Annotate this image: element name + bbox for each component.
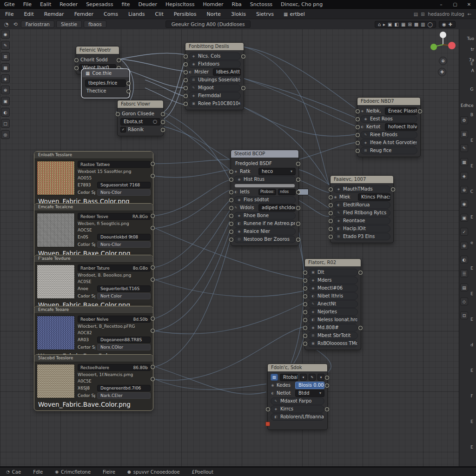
node-slot[interactable]: ◉Md.808# bbox=[308, 324, 358, 331]
node-socket[interactable] bbox=[356, 149, 360, 153]
node-socket[interactable] bbox=[325, 407, 329, 411]
titlebar-menu-item[interactable]: Hepiscltoss bbox=[161, 1, 198, 7]
node-link[interactable] bbox=[155, 242, 230, 367]
node-socket[interactable] bbox=[161, 128, 165, 132]
node-socket[interactable] bbox=[184, 54, 188, 59]
node-socket[interactable] bbox=[391, 187, 395, 192]
node-slot[interactable]: ◈MauthTMads bbox=[333, 185, 390, 193]
titlebar-menu-item[interactable]: fite bbox=[118, 1, 134, 7]
node-field[interactable]: tbeples.frice bbox=[85, 79, 126, 87]
tiny-button[interactable]: ▾ bbox=[300, 374, 307, 381]
node-slot[interactable]: ✎Fled Rtlbong Rytcs bbox=[333, 209, 390, 217]
node-socket[interactable] bbox=[184, 70, 188, 74]
box-tool-icon[interactable]: □ bbox=[1, 119, 10, 128]
node-socket[interactable] bbox=[161, 120, 165, 124]
texture-icon[interactable]: ▦ bbox=[460, 158, 468, 166]
statusbar-item[interactable]: Fdle bbox=[27, 469, 49, 475]
node-slot[interactable]: ◉Flos södtot bbox=[234, 196, 296, 204]
node-principled-bsdf[interactable]: Steotid BCOPFredgoled BSDF◈Ratkheco▾◉His… bbox=[231, 150, 299, 246]
node-socket[interactable] bbox=[241, 86, 245, 90]
add-tool-icon[interactable]: ⊞ bbox=[1, 52, 10, 61]
node-socket[interactable] bbox=[151, 377, 155, 381]
node-socket[interactable] bbox=[116, 112, 120, 116]
node-slot[interactable]: ⊡Nestooo Ber Zooros bbox=[234, 236, 296, 243]
node-socket[interactable] bbox=[356, 117, 360, 121]
node-slot[interactable]: ◐EledtiRorua bbox=[333, 201, 390, 209]
node-socket[interactable] bbox=[151, 278, 155, 282]
menubar-item[interactable]: Norte bbox=[202, 11, 226, 17]
add-icon[interactable]: ⊕ bbox=[460, 186, 468, 194]
menubar-item[interactable]: Coms bbox=[99, 11, 123, 17]
node-socket[interactable] bbox=[151, 226, 155, 230]
node-field[interactable]: Idbes.Antt bbox=[213, 68, 241, 76]
annotate-tool-icon[interactable]: ✎ bbox=[1, 41, 10, 50]
node-socket[interactable] bbox=[184, 62, 188, 66]
maximize-button[interactable]: ▢ bbox=[448, 2, 462, 7]
add-icon[interactable]: ✚ bbox=[449, 22, 452, 27]
node-coe-thie[interactable]: ▦Coe.thietbeples.friceThectice bbox=[82, 69, 129, 98]
tiny-button[interactable]: ▾ bbox=[317, 374, 324, 381]
node-socket[interactable] bbox=[266, 407, 270, 411]
node-slot[interactable]: ◉Hist Rtus bbox=[234, 176, 296, 183]
node-socket[interactable] bbox=[117, 58, 121, 62]
node-editor-canvas[interactable]: ⊕ ✥ Felenic WoetrChorit SoddWieot lhar0▦… bbox=[0, 29, 459, 468]
node-link[interactable] bbox=[244, 79, 355, 126]
node-socket[interactable] bbox=[356, 125, 360, 129]
node-socket[interactable] bbox=[329, 235, 333, 239]
node-socket[interactable] bbox=[74, 58, 79, 62]
node-header[interactable]: Fabsrc Vlowr bbox=[118, 100, 163, 108]
node-socket[interactable] bbox=[184, 78, 188, 82]
node-slot[interactable]: ◉Reaice Nler bbox=[234, 228, 296, 235]
menubar-item[interactable]: File bbox=[0, 11, 19, 17]
node-slot[interactable]: ◈Kirrcs bbox=[271, 405, 324, 413]
clip-icon[interactable]: ◧ bbox=[394, 22, 398, 27]
node-socket[interactable] bbox=[303, 318, 307, 322]
node-slot[interactable]: ✎Migoot bbox=[188, 84, 241, 92]
node-link[interactable] bbox=[155, 280, 304, 297]
node-link[interactable] bbox=[155, 231, 230, 331]
node-slot[interactable]: ◈Fiermddal bbox=[188, 92, 241, 99]
node-socket[interactable] bbox=[229, 190, 233, 194]
titlebar-menu-item[interactable]: Homder bbox=[198, 1, 227, 7]
node-header[interactable]: Faaievc, 1007 bbox=[331, 176, 393, 183]
node-slot[interactable]: ◧Hacip.lOit bbox=[333, 225, 390, 232]
menubar-item[interactable]: Clit bbox=[150, 11, 169, 17]
texture-name-field[interactable]: Rastoe Tattwe bbox=[78, 161, 151, 168]
statusbar-item[interactable]: ◉Crimcfletone bbox=[49, 469, 97, 475]
list-icon[interactable]: ☰ bbox=[460, 270, 468, 278]
node-socket[interactable] bbox=[229, 214, 233, 218]
grid-tool-icon[interactable]: ▦ bbox=[1, 63, 10, 72]
image-icon[interactable]: ▣ bbox=[388, 22, 392, 27]
node-fabove-1057[interactable]: Faaievc, 1007◈MauthTMads◉MlekKtincs Piha… bbox=[330, 175, 394, 243]
node-header[interactable]: Flatorc, R02 bbox=[305, 259, 361, 266]
node-socket[interactable] bbox=[296, 162, 300, 166]
node-slot[interactable]: ◈Nlcs. Cols bbox=[188, 53, 241, 60]
checkbox[interactable]: ✓ bbox=[120, 127, 126, 132]
texture-kv-field[interactable]: Dogeaneen88.TR8S bbox=[97, 337, 151, 343]
node-slot[interactable]: ◈Rhoe Bone bbox=[234, 212, 296, 219]
constraint-icon[interactable]: ⊗ bbox=[460, 242, 468, 250]
node-link[interactable] bbox=[155, 200, 230, 267]
edit-icon[interactable]: ✎ bbox=[460, 144, 468, 152]
node-slot[interactable]: ▣Rolee Ps10C80104 bbox=[188, 100, 241, 107]
node-slot[interactable]: ◈Nejortes bbox=[308, 308, 358, 316]
node-link[interactable] bbox=[155, 170, 230, 178]
node-socket[interactable] bbox=[229, 230, 233, 234]
value-box[interactable]: Ptoboo: bbox=[258, 189, 276, 195]
node-socket[interactable] bbox=[329, 187, 333, 192]
node-socket[interactable] bbox=[303, 271, 307, 275]
node-socket[interactable] bbox=[303, 342, 307, 346]
node-socket[interactable] bbox=[303, 278, 307, 283]
node-field[interactable]: heco▾ bbox=[258, 168, 296, 175]
node-slot[interactable]: ▣Dlt bbox=[308, 269, 358, 276]
node-image-texture-5[interactable]: 5lacobd TeesloreRectoelhalere86.80bWleoo… bbox=[34, 354, 153, 411]
node-socket[interactable] bbox=[303, 334, 307, 338]
node-fabric-view[interactable]: Fabsrc VlowrGoron ClisedeEbota,st◯✓Rāoni… bbox=[117, 100, 164, 136]
node-socket[interactable] bbox=[303, 310, 307, 314]
node-link[interactable] bbox=[155, 379, 266, 390]
node-socket[interactable] bbox=[358, 271, 363, 275]
editor-type-icon[interactable]: ◔ bbox=[2, 21, 11, 27]
node-header[interactable]: F'asale Tevdure bbox=[34, 255, 153, 263]
node-socket[interactable] bbox=[184, 94, 188, 98]
node-link[interactable] bbox=[155, 221, 230, 318]
